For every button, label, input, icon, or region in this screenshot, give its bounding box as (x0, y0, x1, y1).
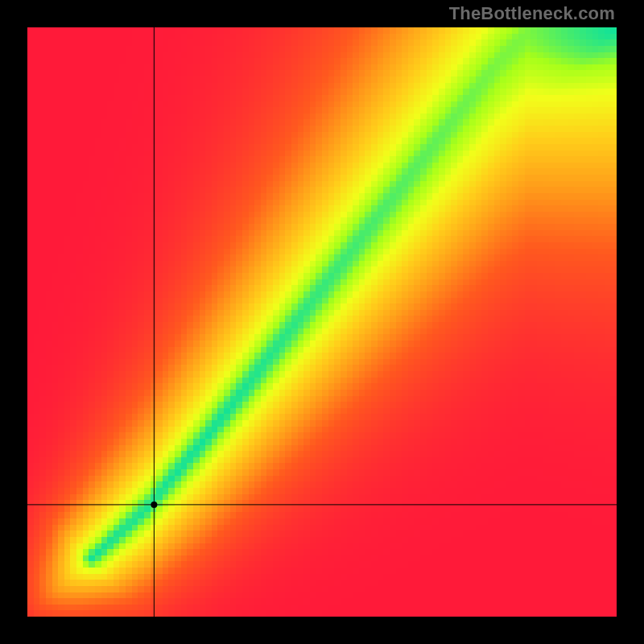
chart-frame: TheBottleneck.com (0, 0, 644, 644)
watermark-text: TheBottleneck.com (449, 3, 615, 24)
bottleneck-heatmap (27, 27, 617, 617)
